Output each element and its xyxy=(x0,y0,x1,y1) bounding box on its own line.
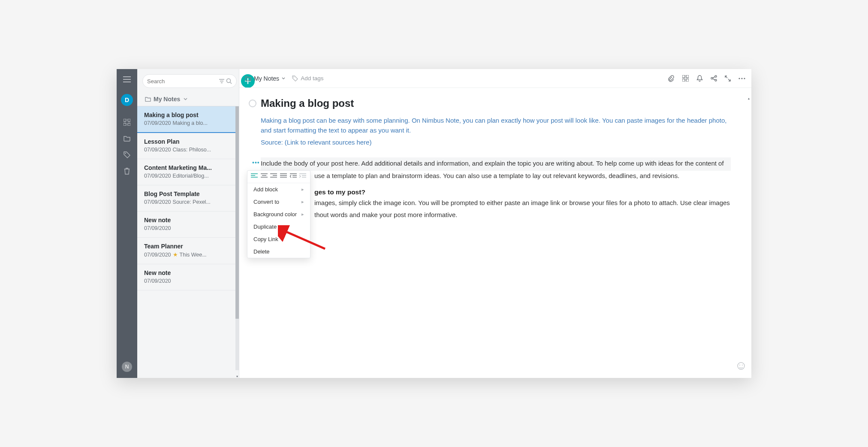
note-meta: 07/09/2020 Source: Pexel... xyxy=(144,199,232,205)
breadcrumb[interactable]: My Notes xyxy=(245,75,285,82)
svg-rect-0 xyxy=(124,119,126,121)
note-item-3[interactable]: Blog Post Template 07/09/2020 Source: Pe… xyxy=(137,185,239,211)
document-content[interactable]: Making a blog post Making a blog post ca… xyxy=(239,88,751,378)
subheading[interactable]: ges to my post? xyxy=(314,188,731,196)
note-title: Content Marketing Ma... xyxy=(144,164,232,171)
checkbox-icon[interactable] xyxy=(249,100,256,107)
block-handle-icon[interactable]: ••• xyxy=(252,159,260,166)
svg-point-13 xyxy=(715,79,717,81)
note-item-6[interactable]: New note 07/09/2020 xyxy=(137,264,239,290)
tag-icon xyxy=(292,76,298,82)
note-meta: 07/09/2020 ★ This Wee... xyxy=(144,251,232,258)
note-title: Team Planner xyxy=(144,243,232,250)
svg-rect-9 xyxy=(682,79,685,82)
app-window: D N xyxy=(117,69,751,378)
page-title[interactable]: Making a blog post xyxy=(261,97,354,109)
search-icons xyxy=(219,78,232,84)
align-justify-icon[interactable] xyxy=(280,173,287,180)
note-meta: 07/09/2020 Editorial/Blog... xyxy=(144,173,232,179)
scrollbar-thumb[interactable] xyxy=(235,106,239,319)
note-item-2[interactable]: Content Marketing Ma... 07/09/2020 Edito… xyxy=(137,159,239,185)
svg-point-11 xyxy=(711,78,713,79)
search-input[interactable] xyxy=(147,78,219,85)
scroll-arrow-up-icon[interactable]: ▴ xyxy=(748,97,751,100)
chevron-right-icon: ▸ xyxy=(301,187,304,192)
ctx-delete[interactable]: Delete xyxy=(247,245,310,258)
sidebar-top xyxy=(137,69,239,92)
attach-icon[interactable] xyxy=(668,75,675,82)
svg-point-12 xyxy=(715,76,717,77)
ctx-convert-to[interactable]: Convert to▸ xyxy=(247,196,310,208)
note-item-5[interactable]: Team Planner 07/09/2020 ★ This Wee... xyxy=(137,238,239,264)
menu-icon[interactable] xyxy=(123,75,131,84)
toolbar-actions xyxy=(668,75,745,82)
block-context-menu: Add block▸ Convert to▸ Background color▸… xyxy=(247,170,310,258)
ctx-duplicate[interactable]: Duplicate xyxy=(247,220,310,233)
note-title: Making a blog post xyxy=(144,112,232,118)
search-icon[interactable] xyxy=(226,78,232,84)
note-meta: 07/09/2020 xyxy=(144,278,232,284)
note-title: Blog Post Template xyxy=(144,190,232,197)
folder-selector[interactable]: My Notes xyxy=(137,92,239,106)
title-row: Making a blog post xyxy=(249,97,731,109)
body-text-line1[interactable]: Include the body of your post here. Add … xyxy=(261,158,731,168)
sidebar: My Notes Making a blog post 07/09/2020 M… xyxy=(137,69,239,378)
indent-decrease-icon[interactable] xyxy=(290,173,297,180)
left-rail: D N xyxy=(117,69,137,378)
chevron-down-icon xyxy=(184,98,187,100)
body-text-line2[interactable]: use a template to plan and brainstorm id… xyxy=(314,171,731,181)
star-icon: ★ xyxy=(173,251,178,258)
body2-line1[interactable]: images, simply click the image icon. You… xyxy=(314,198,731,208)
note-item-4[interactable]: New note 07/09/2020 xyxy=(137,211,239,238)
selected-block[interactable]: ••• Include the body of your post here. … xyxy=(261,157,731,171)
body2-line2[interactable]: thout words and make your post more info… xyxy=(314,210,731,220)
note-meta: 07/09/2020 Making a blo... xyxy=(144,120,232,126)
trash-icon[interactable] xyxy=(123,167,131,175)
align-left-icon[interactable] xyxy=(251,173,258,180)
expand-icon[interactable] xyxy=(725,76,731,82)
secondary-avatar[interactable]: N xyxy=(122,362,132,372)
grid-icon[interactable] xyxy=(682,75,689,82)
folder-small-icon xyxy=(245,76,251,81)
source-line[interactable]: Source: (Link to relevant sources here) xyxy=(261,137,731,147)
bell-icon[interactable] xyxy=(696,75,703,82)
align-center-icon[interactable] xyxy=(261,173,268,180)
svg-point-6 xyxy=(293,76,294,77)
filter-icon[interactable] xyxy=(219,79,224,83)
chevron-right-icon: ▸ xyxy=(301,199,304,205)
indent-increase-icon[interactable] xyxy=(299,173,307,180)
svg-rect-7 xyxy=(682,75,685,78)
svg-point-14 xyxy=(738,78,740,79)
share-icon[interactable] xyxy=(711,75,717,82)
ctx-copy-link[interactable]: Copy Link xyxy=(247,233,310,245)
ctx-bg-color[interactable]: Background color▸ xyxy=(247,208,310,220)
search-input-wrapper[interactable] xyxy=(142,74,237,88)
folder-icon[interactable] xyxy=(123,134,131,143)
sidebar-scrollbar[interactable] xyxy=(235,106,239,370)
svg-point-18 xyxy=(739,365,740,365)
main-pane: My Notes Add tags Making a blog post xyxy=(239,69,751,378)
user-avatar[interactable]: D xyxy=(121,94,133,106)
note-item-0[interactable]: Making a blog post 07/09/2020 Making a b… xyxy=(137,106,239,133)
more-icon[interactable] xyxy=(738,78,745,79)
add-tags-button[interactable]: Add tags xyxy=(292,75,323,82)
intro-paragraph[interactable]: Making a blog post can be easy with some… xyxy=(261,115,731,136)
note-item-1[interactable]: Lesson Plan 07/09/2020 Class: Philoso... xyxy=(137,133,239,159)
scroll-arrow-down-icon[interactable]: ▾ xyxy=(235,375,239,378)
ctx-add-block[interactable]: Add block▸ xyxy=(247,183,310,196)
svg-rect-1 xyxy=(128,119,130,121)
apps-icon[interactable] xyxy=(123,118,131,127)
folder-small-icon xyxy=(145,97,151,102)
main-toolbar: My Notes Add tags xyxy=(239,69,751,88)
svg-rect-3 xyxy=(128,123,130,126)
breadcrumb-label: My Notes xyxy=(254,75,279,82)
feedback-icon[interactable] xyxy=(737,362,745,372)
svg-rect-10 xyxy=(686,79,689,82)
alignment-row xyxy=(247,171,310,183)
notes-list[interactable]: Making a blog post 07/09/2020 Making a b… xyxy=(137,106,239,378)
tag-icon[interactable] xyxy=(123,151,131,159)
note-meta: 07/09/2020 xyxy=(144,225,232,231)
align-right-icon[interactable] xyxy=(270,173,277,180)
svg-point-15 xyxy=(741,78,742,79)
note-meta: 07/09/2020 Class: Philoso... xyxy=(144,147,232,153)
